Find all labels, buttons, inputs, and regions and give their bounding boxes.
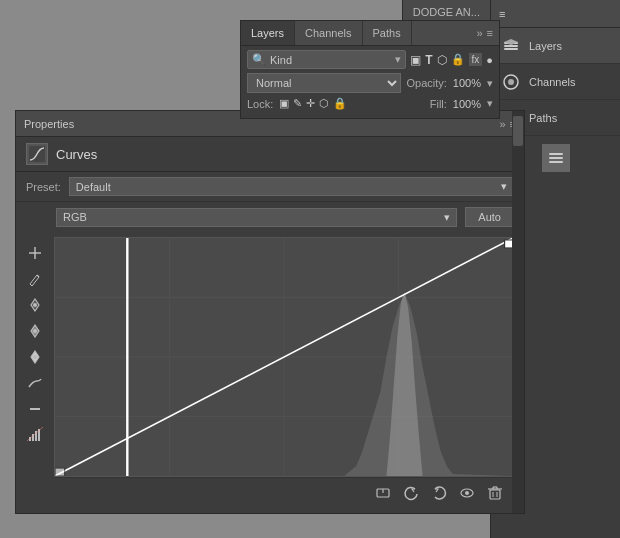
layers-icon — [501, 36, 521, 56]
eyedropper-white-tool[interactable] — [24, 346, 46, 368]
properties-title: Properties — [24, 118, 74, 130]
tab-channels[interactable]: Channels — [295, 21, 362, 45]
svg-point-39 — [465, 491, 469, 495]
fill-dropdown-arrow: ▾ — [487, 97, 493, 110]
delete-btn[interactable] — [484, 482, 506, 504]
sidebar-item-layers[interactable]: Layers — [491, 28, 620, 64]
panel-tabs: Layers Channels Paths » ≡ — [241, 21, 499, 46]
region-tool[interactable] — [24, 242, 46, 264]
svg-marker-3 — [504, 39, 518, 45]
pencil-tool[interactable] — [24, 268, 46, 290]
svg-line-14 — [37, 275, 39, 277]
panel-tab-actions: » ≡ — [470, 27, 499, 39]
lock-icons-group: ▣ ✎ ✛ ⬡ 🔒 — [279, 97, 347, 110]
svg-point-5 — [508, 79, 514, 85]
rgb-select[interactable]: RGB ▾ — [56, 208, 457, 227]
kind-dropdown-arrow: ▾ — [395, 53, 401, 66]
mini-panel-btn[interactable] — [542, 144, 570, 172]
minus-tool[interactable] — [24, 398, 46, 420]
menu-icon[interactable]: ≡ — [487, 27, 493, 39]
tab-layers[interactable]: Layers — [241, 21, 295, 45]
clip-shadows-btn[interactable] — [372, 482, 394, 504]
lock-position[interactable]: ✛ — [306, 97, 315, 110]
expand-icon[interactable]: » — [476, 27, 482, 39]
type-icon[interactable]: T — [425, 53, 432, 67]
lock-icon[interactable]: 🔒 — [451, 53, 465, 66]
right-panel-titlebar: ≡ — [491, 0, 620, 28]
kind-search-row: 🔍 Kind ▾ ▣ T ⬡ 🔒 fx ● — [247, 50, 493, 69]
svg-rect-40 — [490, 490, 500, 499]
curves-header: Curves — [16, 137, 524, 172]
rgb-dropdown-arrow: ▾ — [444, 211, 450, 224]
eyedropper-black-tool[interactable] — [24, 294, 46, 316]
lock-transparency[interactable]: ▣ — [279, 97, 289, 110]
channels-icon — [501, 72, 521, 92]
svg-point-15 — [33, 303, 37, 307]
lock-row: Lock: ▣ ✎ ✛ ⬡ 🔒 Fill: 100% ▾ — [247, 97, 493, 110]
layers-controls: 🔍 Kind ▾ ▣ T ⬡ 🔒 fx ● Normal Opacity: 10… — [241, 46, 499, 118]
tab-paths[interactable]: Paths — [363, 21, 412, 45]
kind-search-box[interactable]: 🔍 Kind ▾ — [247, 50, 406, 69]
sidebar-item-channels[interactable]: Channels — [491, 64, 620, 100]
svg-point-16 — [33, 329, 37, 333]
properties-panel: Properties » ≡ Curves Preset: Default ▾ … — [15, 110, 525, 514]
blend-mode-select[interactable]: Normal — [247, 73, 401, 93]
opacity-dropdown-arrow: ▾ — [487, 77, 493, 90]
shape-icon[interactable]: ⬡ — [437, 53, 447, 67]
blend-mode-row: Normal Opacity: 100% ▾ — [247, 73, 493, 93]
curves-bottom-bar — [54, 477, 514, 508]
sidebar-item-channels-label: Channels — [529, 76, 575, 88]
left-toolbar — [21, 237, 49, 508]
sidebar-item-paths-label: Paths — [529, 112, 557, 124]
svg-rect-8 — [549, 153, 563, 155]
histogram-tool[interactable] — [24, 424, 46, 446]
layer-type-icons: ▣ T ⬡ 🔒 fx ● — [410, 53, 493, 67]
search-icon: 🔍 — [252, 53, 266, 66]
fx-icon[interactable]: fx — [469, 53, 483, 66]
auto-button[interactable]: Auto — [465, 207, 514, 227]
scrollbar-thumb — [513, 116, 523, 146]
circle-icon[interactable]: ● — [486, 54, 493, 66]
svg-rect-35 — [55, 468, 65, 476]
sidebar-item-layers-label: Layers — [529, 40, 562, 52]
rgb-row: RGB ▾ Auto — [16, 202, 524, 232]
pixel-icon[interactable]: ▣ — [410, 53, 421, 67]
svg-point-17 — [33, 355, 37, 359]
side-scrollbar[interactable] — [512, 111, 524, 513]
curves-area — [16, 232, 524, 513]
svg-rect-10 — [549, 161, 563, 163]
visibility-btn[interactable] — [456, 482, 478, 504]
svg-rect-1 — [504, 45, 518, 47]
lock-paint[interactable]: ✎ — [293, 97, 302, 110]
lock-artboard[interactable]: ⬡ — [319, 97, 329, 110]
preset-dropdown-arrow: ▾ — [501, 180, 507, 193]
reset-btn[interactable] — [428, 482, 450, 504]
curves-adjustment-icon — [26, 143, 48, 165]
expand-icon[interactable]: » — [499, 118, 505, 130]
svg-rect-2 — [504, 48, 518, 50]
right-panel-title-icon: ≡ — [499, 8, 505, 20]
layers-panel: Layers Channels Paths » ≡ 🔍 Kind ▾ ▣ T ⬡… — [240, 20, 500, 119]
preset-select[interactable]: Default ▾ — [69, 177, 514, 196]
eyedropper-gray-tool[interactable] — [24, 320, 46, 342]
curves-adjust-tool[interactable] — [24, 372, 46, 394]
previous-state-btn[interactable] — [400, 482, 422, 504]
curves-graph[interactable] — [54, 237, 514, 477]
curves-graph-wrapper — [54, 237, 514, 508]
preset-row: Preset: Default ▾ — [16, 172, 524, 202]
svg-rect-9 — [549, 157, 563, 159]
lock-all[interactable]: 🔒 — [333, 97, 347, 110]
curves-title: Curves — [56, 147, 97, 162]
